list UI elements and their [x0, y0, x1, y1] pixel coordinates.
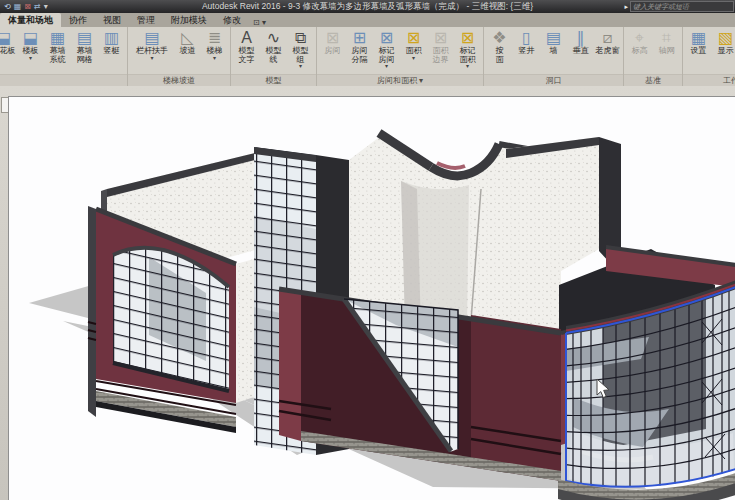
tool-opening-by-face[interactable]: ❖按 面: [486, 28, 513, 64]
tool-dormer[interactable]: ⧄老虎窗: [594, 28, 621, 56]
tool-level: ⌖标高: [626, 28, 653, 56]
tool-ceiling[interactable]: ⬓天花板: [0, 28, 17, 56]
curtain-grid-icon: ▤: [77, 29, 92, 47]
panel-label: 楼梯坡道: [128, 74, 230, 86]
tab-4[interactable]: 管理: [129, 13, 163, 27]
tool-label: 标高: [632, 47, 648, 56]
panel-label: 模型: [231, 74, 316, 86]
tool-model-text[interactable]: A模型 文字: [233, 28, 260, 64]
opening-by-face-icon: ❖: [492, 29, 506, 47]
ribbon-panel-6: ⌖标高⌗轴网基准: [624, 27, 683, 86]
dropdown-arrow-icon: ▾: [412, 56, 415, 61]
tool-label: 垂直: [573, 47, 589, 56]
panel-label: 基准: [624, 74, 682, 86]
tab-2[interactable]: 协作: [61, 13, 95, 27]
building-3d-view: [9, 97, 735, 500]
tool-workplane-show[interactable]: ▧显示: [712, 28, 735, 56]
floor-icon: ⬓: [23, 29, 38, 47]
tool-label: 房间: [325, 47, 341, 56]
tool-workplane-set[interactable]: ▦设置: [685, 28, 712, 56]
tool-label: 天花板: [0, 47, 16, 56]
tool-stair[interactable]: ≣楼梯▾: [201, 28, 228, 61]
tab-options-icon[interactable]: ⊡ ▾: [253, 18, 266, 27]
model-line-icon: ∿: [267, 29, 280, 47]
tool-label: 模型 文字: [239, 47, 255, 64]
tool-label: 竖井: [519, 47, 535, 56]
tool-room: ⊠房间: [319, 28, 346, 56]
tool-label: 老虎窗: [596, 47, 620, 56]
tool-model-group[interactable]: ⧉模型 组▾: [287, 28, 314, 69]
stair-icon: ≣: [208, 29, 221, 47]
room-separator-icon: ⊞: [353, 29, 366, 47]
tab-1[interactable]: 体量和场地: [0, 13, 61, 27]
tool-label: 幕墙 系统: [50, 47, 66, 64]
tool-curtain-grid[interactable]: ▤幕墙 网格: [71, 28, 98, 64]
dropdown-arrow-icon: ▾: [29, 56, 32, 61]
workplane-show-icon: ▧: [718, 29, 733, 47]
dropdown-arrow-icon: ▾: [299, 64, 302, 69]
tool-label: 设置: [691, 47, 707, 56]
tool-area[interactable]: ⊠面积▾: [400, 28, 427, 61]
curtain-system-icon: ▦: [50, 29, 65, 47]
panel-label: 工作平面: [683, 74, 735, 86]
ramp-icon: ◺: [181, 29, 193, 47]
ribbon-panel-1: ⬓天花板⬓楼板▾▦幕墙 系统▤幕墙 网格▥竖梃: [0, 27, 128, 86]
tool-label: 标记 房间: [379, 47, 395, 64]
panel-label: [0, 74, 127, 86]
area-icon: ⊠: [407, 29, 420, 47]
drawing-area[interactable]: [8, 96, 735, 500]
tab-3[interactable]: 视图: [95, 13, 129, 27]
dropdown-arrow-icon: ▾: [466, 64, 469, 69]
tool-ramp[interactable]: ◺坡道: [174, 28, 201, 56]
dropdown-arrow-icon: ▾: [385, 64, 388, 69]
search-arrow-icon[interactable]: ▸: [624, 3, 628, 11]
tag-room-icon: ⊠: [380, 29, 393, 47]
dropdown-arrow-icon: ▾: [150, 56, 153, 61]
tool-label: 竖梃: [104, 47, 120, 56]
tab-5[interactable]: 附加模块: [163, 13, 215, 27]
revit-window: ⟲▦⊠⇄▾ Autodesk Revit 2016 - 9-3 修改幕墙为多边形…: [0, 0, 735, 500]
workplane-set-icon: ▦: [691, 29, 706, 47]
tool-vertical-opening[interactable]: ∥垂直: [567, 28, 594, 56]
panel-label[interactable]: 房间和面积 ▾: [317, 74, 483, 86]
model-text-icon: A: [241, 29, 252, 47]
tool-label: 按 面: [496, 47, 504, 64]
tool-label: 模型 组: [293, 47, 309, 64]
ribbon: ⬓天花板⬓楼板▾▦幕墙 系统▤幕墙 网格▥竖梃▤栏杆扶手▾◺坡道≣楼梯▾楼梯坡道…: [0, 27, 735, 86]
tool-curtain-system[interactable]: ▦幕墙 系统: [44, 28, 71, 64]
tool-shaft[interactable]: ▯竖井: [513, 28, 540, 56]
wall-opening-icon: ▤: [546, 29, 561, 47]
model-group-icon: ⧉: [295, 29, 306, 47]
ribbon-panel-7: ▦设置▧显示▱参照 平面◳查看器工作平面: [683, 27, 735, 86]
tab-6[interactable]: 修改: [215, 13, 249, 27]
dormer-icon: ⧄: [602, 29, 612, 47]
tool-label: 坡道: [180, 47, 196, 56]
tool-tag-area[interactable]: ⊠标记 面积▾: [454, 28, 481, 69]
tool-label: 显示: [718, 47, 734, 56]
tool-room-separator[interactable]: ⊞房间 分隔: [346, 28, 373, 64]
ribbon-panel-2: ▤栏杆扶手▾◺坡道≣楼梯▾楼梯坡道: [128, 27, 231, 86]
railing-icon: ▤: [144, 29, 159, 47]
tool-model-line[interactable]: ∿模型 线: [260, 28, 287, 64]
tool-label: 模型 线: [266, 47, 282, 64]
tool-floor[interactable]: ⬓楼板▾: [17, 28, 44, 61]
ribbon-panel-4: ⊠房间⊞房间 分隔⊠标记 房间▾⊠面积▾⊠面积 边界⊠标记 面积▾房间和面积 ▾: [317, 27, 484, 86]
dropdown-arrow-icon: ▾: [213, 56, 216, 61]
tool-area-boundary: ⊠面积 边界: [427, 28, 454, 64]
tool-label: 墙: [550, 47, 558, 56]
tool-label: 面积 边界: [433, 47, 449, 64]
tool-tag-room[interactable]: ⊠标记 房间▾: [373, 28, 400, 69]
tool-label: 标记 面积: [460, 47, 476, 64]
tool-wall-opening[interactable]: ▤墙: [540, 28, 567, 56]
tool-label: 房间 分隔: [352, 47, 368, 64]
panel-label: 洞口: [484, 74, 623, 86]
search-input[interactable]: 键入关键字或短语: [630, 1, 734, 12]
shaft-icon: ▯: [522, 29, 531, 47]
ribbon-panel-5: ❖按 面▯竖井▤墙∥垂直⧄老虎窗洞口: [484, 27, 624, 86]
tag-area-icon: ⊠: [461, 29, 474, 47]
ceiling-icon: ⬓: [0, 29, 11, 47]
tool-mullion[interactable]: ▥竖梃: [98, 28, 125, 56]
tool-railing[interactable]: ▤栏杆扶手▾: [130, 28, 174, 61]
ribbon-panel-3: A模型 文字∿模型 线⧉模型 组▾模型: [231, 27, 317, 86]
level-icon: ⌖: [635, 29, 644, 47]
